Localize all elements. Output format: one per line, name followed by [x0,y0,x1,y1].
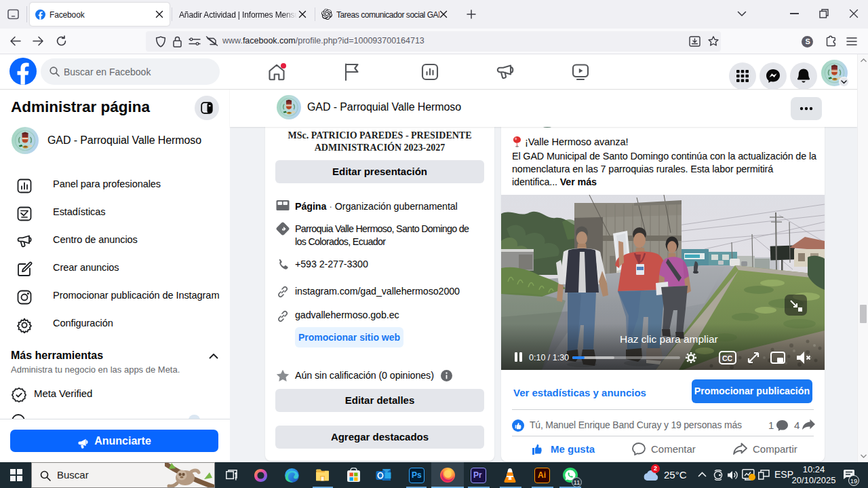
svg-text:0:10 / 1:30: 0:10 / 1:30 [529,353,569,362]
svg-text:Haz clic para ampliar: Haz clic para ampliar [620,333,718,345]
svg-text:CC: CC [722,354,733,362]
